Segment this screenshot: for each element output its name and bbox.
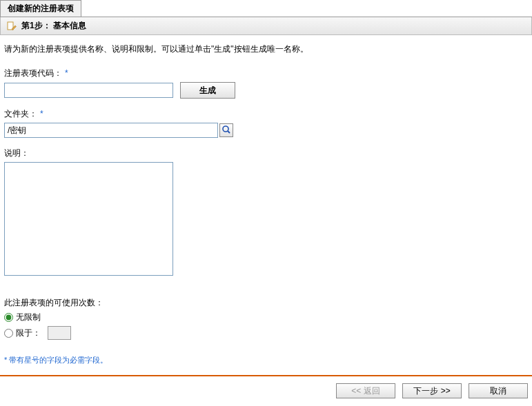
usage-limited-label: 限于： <box>16 327 41 339</box>
desc-label: 说明： <box>4 148 528 159</box>
usage-unlimited-row: 无限制 <box>4 312 528 323</box>
back-button[interactable]: << 返回 <box>336 383 395 398</box>
usage-unlimited-label: 无限制 <box>16 312 41 323</box>
tab-bar: 创建新的注册表项 <box>0 0 532 17</box>
desc-field-block: 说明： <box>4 148 528 278</box>
required-star: * <box>65 68 68 78</box>
tab-create-regkey[interactable]: 创建新的注册表项 <box>0 0 81 17</box>
magnifier-icon <box>221 125 231 136</box>
next-button[interactable]: 下一步 >> <box>402 383 462 398</box>
usage-limited-radio[interactable] <box>4 329 13 338</box>
usage-limited-row: 限于： <box>4 326 528 340</box>
code-field-block: 注册表项代码：* 生成 <box>4 68 528 99</box>
form-content: 请为新的注册表项提供名称、说明和限制。可以通过单击"生成"按钮生成唯一名称。 注… <box>0 35 532 369</box>
code-input[interactable] <box>4 83 173 98</box>
desc-textarea[interactable] <box>4 162 173 276</box>
folder-label: 文件夹：* <box>4 108 528 120</box>
folder-lookup-button[interactable] <box>219 123 233 137</box>
cancel-button[interactable]: 取消 <box>469 383 528 398</box>
usage-block: 此注册表项的可使用次数： 无限制 限于： <box>4 297 528 340</box>
intro-text: 请为新的注册表项提供名称、说明和限制。可以通过单击"生成"按钮生成唯一名称。 <box>4 43 528 55</box>
generate-button[interactable]: 生成 <box>180 82 235 99</box>
usage-label: 此注册表项的可使用次数： <box>4 297 528 309</box>
step-title: 第1步： 基本信息 <box>21 20 86 32</box>
svg-line-2 <box>228 131 230 133</box>
document-pencil-icon <box>6 21 17 32</box>
step-header: 第1步： 基本信息 <box>0 17 532 35</box>
usage-limited-input <box>48 326 71 340</box>
folder-input[interactable] <box>4 123 218 138</box>
svg-point-1 <box>223 126 228 132</box>
required-footnote: * 带有星号的字段为必需字段。 <box>4 355 528 365</box>
folder-field-block: 文件夹：* <box>4 108 528 138</box>
usage-unlimited-radio[interactable] <box>4 313 13 322</box>
code-label: 注册表项代码：* <box>4 68 528 79</box>
tab-title: 创建新的注册表项 <box>8 3 74 13</box>
required-star: * <box>40 109 43 119</box>
button-bar: << 返回 下一步 >> 取消 <box>0 376 532 405</box>
